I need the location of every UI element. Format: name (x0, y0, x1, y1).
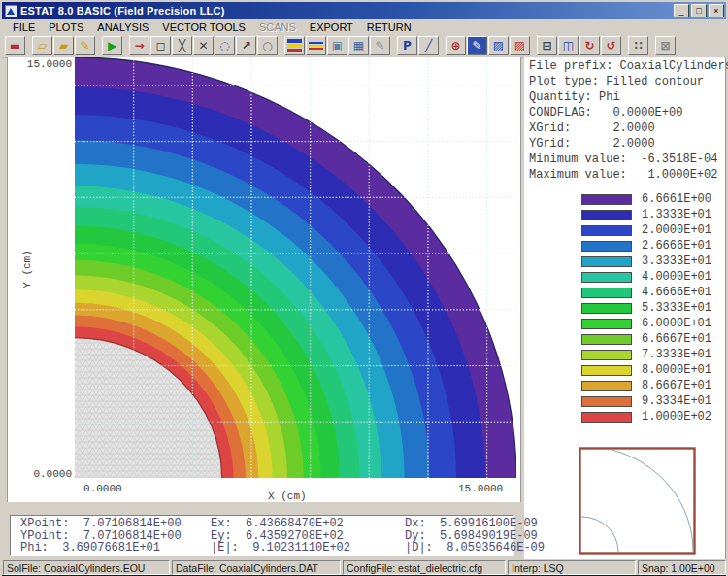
line-scan-icon[interactable]: ╱ (418, 36, 439, 55)
x-axis-max-tick: 15.0000 (458, 483, 516, 494)
hatch-blue-icon[interactable]: ▨ (488, 36, 509, 55)
readout-value: |D|: 8.05935646E-09 (405, 542, 545, 555)
plot-info-block: File prefix: CoaxialCylinders.EPlot type… (529, 58, 725, 183)
menu-item-scans: SCANS (252, 21, 303, 33)
point-probe-icon[interactable]: P (397, 36, 417, 55)
legend-value: 7.3333E+01 (642, 348, 711, 361)
plot-info-line: Maximum value: 1.0000E+02 (529, 167, 725, 183)
contour-lines-icon[interactable] (306, 36, 326, 55)
readout-value: Ex: 6.43668470E+02 (211, 518, 405, 530)
title-bar[interactable]: ESTAT 8.0 BASIC (Field Precision LLC) _ … (2, 2, 726, 19)
legend-swatch (581, 412, 632, 423)
status-interp: Interp: LSQ (508, 560, 636, 575)
plot-info-line: Plot type: Filled contour (529, 74, 725, 89)
menu-item-vector-tools[interactable]: VECTOR TOOLS (155, 21, 252, 33)
save-plot-icon[interactable]: ◫ (558, 36, 579, 55)
legend-value: 4.6666E+01 (642, 286, 711, 299)
stripe (287, 49, 302, 52)
legend-row: 8.0000E+01 (529, 362, 725, 378)
run-icon[interactable]: ▶ (102, 36, 122, 55)
menu-item-analysis[interactable]: ANALYSIS (90, 21, 155, 33)
filled-contour-icon[interactable] (284, 36, 305, 55)
legend-swatch (581, 272, 632, 283)
status-datafile: DataFile: CoaxialCylinders.DAT (172, 560, 341, 575)
status-configfile: ConfigFile: estat_dielectric.cfg (343, 560, 506, 575)
mouse-tool-icon[interactable]: ○ (257, 36, 278, 55)
legend-row: 3.3333E+01 (529, 254, 725, 269)
readout-value: Dx: 5.69916100E-09 (405, 518, 545, 530)
pan-icon[interactable]: ↗ (236, 36, 256, 55)
element-view-icon[interactable]: ▣ (327, 36, 347, 55)
stripe (287, 39, 302, 43)
open-data-icon[interactable]: ▰ (53, 36, 74, 55)
legend-value: 1.3333E+01 (642, 208, 711, 221)
readout-value: XPoint: 7.07106814E+00 (20, 518, 211, 530)
plot-info-line: File prefix: CoaxialCylinders.E (529, 58, 725, 74)
legend-value: 6.6661E+00 (642, 192, 711, 206)
readout-value: Phi: 3.69076681E+01 (20, 542, 211, 555)
menu-item-return[interactable]: RETURN (360, 21, 418, 33)
legend-swatch (581, 256, 632, 267)
export-view-icon[interactable]: → (129, 36, 149, 55)
expand-view-icon[interactable]: ✕ (193, 36, 214, 55)
zoom-in-icon[interactable]: ╳ (172, 36, 192, 55)
hatch-red-icon[interactable]: ▨ (510, 36, 530, 55)
snap-grid-icon[interactable]: ∷ (628, 36, 648, 55)
stripe (309, 42, 323, 44)
window-title: ESTAT 8.0 BASIC (Field Precision LLC) (20, 5, 674, 17)
region-select-icon[interactable]: ◌ (215, 36, 235, 55)
magnify-icon[interactable]: ⊕ (446, 36, 466, 55)
legend-row: 6.6661E+00 (529, 191, 725, 207)
legend-swatch (581, 303, 632, 314)
x-axis-min-tick: 0.0000 (83, 483, 122, 494)
print-icon[interactable]: ⊟ (537, 36, 557, 55)
legend-row: 9.3334E+01 (529, 393, 725, 409)
y-axis-min-tick: 0.0000 (26, 468, 72, 480)
plot-info-line: Minimum value: -6.3518E-04 (529, 152, 725, 167)
legend-swatch (581, 225, 632, 236)
legend-value: 1.0000E+02 (642, 410, 711, 424)
window-controls: _ □ × (674, 4, 724, 17)
maximize-button[interactable]: □ (691, 4, 707, 17)
app-window: ESTAT 8.0 BASIC (Field Precision LLC) _ … (0, 0, 728, 576)
open-solution-icon[interactable]: ▱ (32, 36, 52, 55)
legend-swatch (581, 396, 632, 407)
legend-value: 5.3333E+01 (642, 301, 711, 315)
contour-legend: 6.6661E+001.3333E+012.0000E+012.6666E+01… (529, 191, 725, 424)
plot-info-line: YGrid: 2.0000 (529, 136, 725, 152)
zoom-window-icon[interactable]: ◻ (150, 36, 171, 55)
stripe (309, 48, 323, 50)
legend-row: 1.0000E+02 (529, 409, 725, 424)
geometry-overview-thumbnail[interactable] (579, 447, 697, 556)
readout-value: |E|: 9.10231110E+02 (211, 542, 405, 555)
minimize-button[interactable]: _ (674, 4, 689, 17)
legend-swatch (581, 319, 632, 329)
close-button[interactable]: × (709, 4, 724, 17)
menu-item-file[interactable]: FILE (6, 21, 42, 33)
edit-off-icon[interactable]: ✎ (370, 36, 390, 55)
none-icon[interactable]: ⊠ (655, 36, 676, 55)
annotate-icon[interactable]: ✎ (467, 36, 487, 55)
menu-item-export[interactable]: EXPORT (303, 21, 360, 33)
legend-row: 2.0000E+01 (529, 222, 725, 238)
mesh-view-icon[interactable]: ▦ (348, 36, 369, 55)
legend-swatch (581, 381, 632, 391)
stripe (309, 45, 323, 47)
app-icon (5, 5, 17, 17)
stripe (287, 44, 302, 48)
exit-icon[interactable]: ▬ (5, 36, 25, 55)
status-solfile: SolFile: CoaxialCylinders.EOU (3, 560, 170, 575)
rotate-back-icon[interactable]: ↺ (601, 36, 621, 55)
contour-plot[interactable] (8, 57, 520, 502)
menu-item-plots[interactable]: PLOTS (42, 21, 90, 33)
legend-swatch (581, 194, 632, 205)
y-axis-max-tick: 15.0000 (19, 58, 72, 70)
rotate-fwd-icon[interactable]: ↻ (579, 36, 600, 55)
edit-file-icon[interactable]: ✎ (75, 36, 95, 55)
legend-value: 6.0000E+01 (642, 317, 711, 330)
legend-row: 5.3333E+01 (529, 300, 725, 316)
legend-row: 6.6667E+01 (529, 331, 725, 347)
legend-value: 3.3333E+01 (642, 254, 711, 268)
y-axis-title: Y (cm) (21, 250, 33, 288)
legend-value: 2.6666E+01 (642, 239, 711, 253)
